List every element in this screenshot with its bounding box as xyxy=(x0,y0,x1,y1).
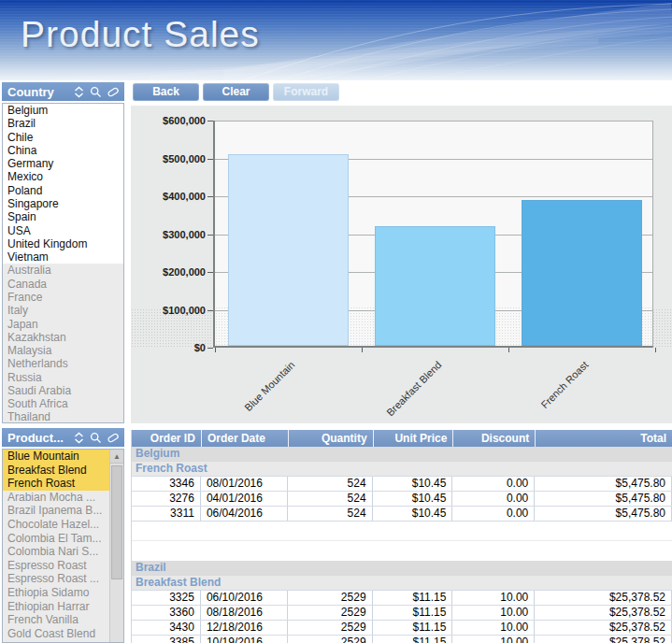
cell-discount: 10.00 xyxy=(452,636,535,643)
country-filter-header: Country xyxy=(2,82,124,101)
country-item-excluded[interactable]: France xyxy=(3,291,123,304)
cell-unit-price: $11.15 xyxy=(373,636,453,643)
cell-total: $5,475.80 xyxy=(535,477,672,491)
country-item[interactable]: Chile xyxy=(3,131,123,144)
country-item[interactable]: Mexico xyxy=(3,170,123,183)
country-item-excluded[interactable]: Australia xyxy=(3,264,123,277)
product-item[interactable]: Arabian Mocha ... xyxy=(3,491,109,505)
sales-bar-chart: $0$100,000$200,000$300,000$400,000$500,0… xyxy=(131,106,672,423)
cell-discount: 10.00 xyxy=(452,606,535,620)
product-filter-title: Product... xyxy=(7,431,64,445)
country-item[interactable]: United Kingdom xyxy=(3,237,123,250)
search-icon[interactable] xyxy=(90,86,102,98)
country-group-row: Belgium xyxy=(132,447,672,462)
cell-quantity: 524 xyxy=(288,507,373,521)
product-item[interactable]: Espresso Roast xyxy=(3,559,109,573)
table-row[interactable]: 3346 08/01/2016 524 $10.45 0.00 $5,475.8… xyxy=(132,477,672,492)
country-item[interactable]: Singapore xyxy=(3,197,123,210)
table-row[interactable]: 3276 04/01/2016 524 $10.45 0.00 $5,475.8… xyxy=(132,492,672,507)
cell-unit-price: $11.15 xyxy=(373,621,453,635)
country-item[interactable]: Vietnam xyxy=(3,250,123,264)
product-list: Blue Mountain Breakfast Blend French Roa… xyxy=(2,449,124,643)
column-header-unit-price[interactable]: Unit Price xyxy=(373,430,453,447)
clear-button[interactable]: Clear xyxy=(203,83,269,101)
country-item[interactable]: China xyxy=(3,144,123,157)
bar-blue-mountain[interactable] xyxy=(228,154,349,346)
product-item-selected[interactable]: Blue Mountain xyxy=(3,450,109,464)
y-axis-label: $100,000 xyxy=(127,305,206,316)
product-item[interactable]: Colombia Nari S... xyxy=(3,545,109,559)
cell-total: $25,378.52 xyxy=(535,621,672,635)
column-header-order-id[interactable]: Order ID xyxy=(132,430,201,447)
table-row[interactable]: 3311 06/04/2016 524 $10.45 0.00 $5,475.8… xyxy=(132,507,672,522)
gridline xyxy=(215,121,652,121)
cell-total: $5,475.80 xyxy=(535,507,672,521)
country-item-excluded[interactable]: Russia xyxy=(3,371,123,384)
eraser-icon[interactable] xyxy=(107,432,120,444)
scroll-up-icon[interactable]: ▲ xyxy=(110,450,123,464)
forward-button[interactable]: Forward xyxy=(273,83,339,101)
product-item[interactable]: Ethiopian Harrar xyxy=(3,600,109,614)
country-item[interactable]: Poland xyxy=(3,184,123,197)
cell-discount: 0.00 xyxy=(452,477,535,491)
country-item[interactable]: Brazil xyxy=(3,117,123,130)
country-item-excluded[interactable]: Thailand xyxy=(3,410,123,423)
product-item[interactable]: Chocolate Hazel... xyxy=(3,518,109,532)
table-row[interactable]: 3325 06/10/2016 2529 $11.15 10.00 $25,37… xyxy=(132,591,672,606)
table-row[interactable]: 3430 12/18/2016 2529 $11.15 10.00 $25,37… xyxy=(132,621,672,636)
scrollbar-thumb[interactable] xyxy=(111,465,122,579)
cell-order-date: 10/19/2016 xyxy=(201,636,288,643)
page-title: Product Sales xyxy=(21,14,260,55)
eraser-icon[interactable] xyxy=(107,86,120,98)
y-axis-label: $200,000 xyxy=(127,266,206,278)
country-item-excluded[interactable]: Netherlands xyxy=(3,357,123,370)
cell-order-id: 3346 xyxy=(132,477,201,491)
cell-order-id: 3360 xyxy=(132,606,201,620)
column-header-order-date[interactable]: Order Date xyxy=(201,430,288,447)
country-item-excluded[interactable]: Japan xyxy=(3,318,123,331)
table-row[interactable]: 3360 08/18/2016 2529 $11.15 10.00 $25,37… xyxy=(132,606,672,621)
table-row[interactable]: 3385 10/19/2016 2529 $11.15 10.00 $25,37… xyxy=(132,636,672,643)
y-axis-tick xyxy=(207,159,213,160)
bar-breakfast-blend[interactable] xyxy=(375,226,495,346)
country-item-excluded[interactable]: Malaysia xyxy=(3,344,123,357)
cell-total: $5,475.80 xyxy=(535,492,672,506)
cell-order-id: 3311 xyxy=(132,507,201,521)
country-item[interactable]: Germany xyxy=(3,157,123,170)
country-item-excluded[interactable]: South Africa xyxy=(3,397,123,410)
column-header-total[interactable]: Total xyxy=(535,430,672,447)
column-header-discount[interactable]: Discount xyxy=(452,430,535,447)
country-filter-title: Country xyxy=(7,85,54,99)
country-item-excluded[interactable]: Italy xyxy=(3,304,123,317)
back-button[interactable]: Back xyxy=(133,83,199,101)
cell-discount: 10.00 xyxy=(452,621,535,635)
table-group-spacer xyxy=(132,522,672,561)
cell-discount: 0.00 xyxy=(452,492,535,506)
country-item-excluded[interactable]: Saudi Arabia xyxy=(3,384,123,397)
sort-icon[interactable] xyxy=(73,86,85,98)
table-header-row: Order ID Order Date Quantity Unit Price … xyxy=(132,430,672,447)
product-item[interactable]: Espresso Roast ... xyxy=(3,572,109,586)
product-item[interactable]: Brazil Ipanema B... xyxy=(3,504,109,518)
cell-unit-price: $11.15 xyxy=(373,606,453,620)
product-item[interactable]: French Vanilla xyxy=(3,613,109,627)
product-item[interactable]: Ethiopia Sidamo xyxy=(3,586,109,600)
product-item-selected[interactable]: French Roast xyxy=(3,477,109,491)
bar-french-roast[interactable] xyxy=(522,200,642,346)
cell-unit-price: $10.45 xyxy=(373,507,453,521)
column-header-quantity[interactable]: Quantity xyxy=(288,430,373,447)
country-item[interactable]: Spain xyxy=(3,210,123,223)
chart-plot: $0$100,000$200,000$300,000$400,000$500,0… xyxy=(213,121,653,348)
product-item[interactable]: Colombia El Tam... xyxy=(3,532,109,546)
sort-icon[interactable] xyxy=(73,432,85,444)
country-item-excluded[interactable]: Canada xyxy=(3,278,123,291)
search-icon[interactable] xyxy=(90,432,102,444)
country-list: Belgium Brazil Chile China Germany Mexic… xyxy=(2,103,124,423)
country-item[interactable]: USA xyxy=(3,224,123,237)
product-item-selected[interactable]: Breakfast Blend xyxy=(3,464,109,478)
country-item-excluded[interactable]: Kazakhstan xyxy=(3,331,123,344)
country-item[interactable]: Belgium xyxy=(3,104,123,117)
product-item[interactable]: Gold Coast Blend xyxy=(3,627,109,641)
header-banner: Product Sales xyxy=(0,0,672,80)
product-list-scrollbar[interactable]: ▲ xyxy=(109,450,123,642)
